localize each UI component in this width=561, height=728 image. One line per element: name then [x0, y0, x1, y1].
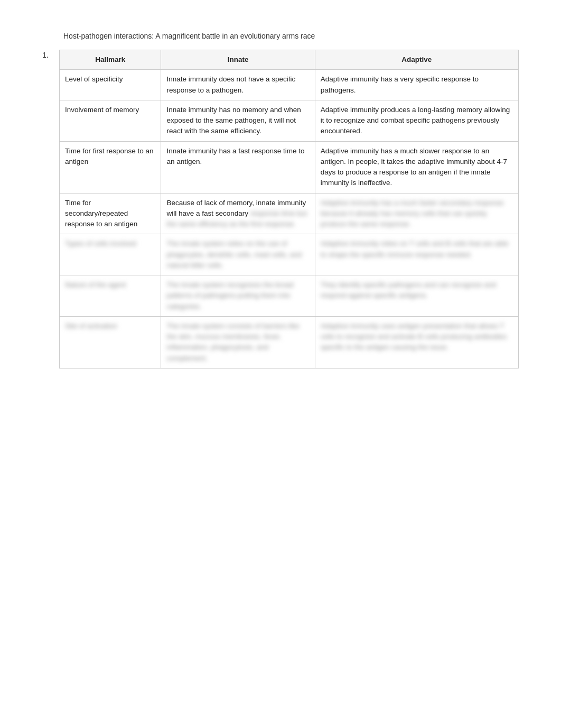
cell-hallmark-memory: Involvement of memory	[60, 100, 161, 141]
table-row: Level of specificity Innate immunity doe…	[60, 70, 519, 100]
table-row: Time for first response to an antigen In…	[60, 141, 519, 193]
cell-adaptive-secondary-blurred: Adaptive immunity has a much faster seco…	[315, 193, 518, 234]
page-title: Host-pathogen interactions: A magnificen…	[42, 32, 519, 40]
cell-hallmark-specificity: Level of specificity	[60, 70, 161, 100]
table-row: Time for secondary/repeated response to …	[60, 193, 519, 234]
cell-innate-nature-blurred: The innate system recognizes the broad p…	[161, 275, 315, 317]
cell-hallmark-secondary: Time for secondary/repeated response to …	[60, 193, 161, 234]
table-row: Nature of the agent The innate system re…	[60, 275, 519, 317]
col-hallmark: Hallmark	[60, 50, 161, 70]
table-row: Involvement of memory Innate immunity ha…	[60, 100, 519, 141]
cell-adaptive-site-blurred: Adaptive immunity uses antigen presentat…	[315, 316, 518, 368]
comparison-table: Hallmark Innate Adaptive Level of specif…	[59, 50, 519, 368]
cell-hallmark-site-blurred: Site of activation	[60, 316, 161, 368]
cell-adaptive-cells-blurred: Adaptive immunity relies on T cells and …	[315, 234, 518, 275]
cell-innate-specificity: Innate immunity does not have a specific…	[161, 70, 315, 100]
col-innate: Innate	[161, 50, 315, 70]
cell-innate-memory: Innate immunity has no memory and when e…	[161, 100, 315, 141]
cell-adaptive-first-response: Adaptive immunity has a much slower resp…	[315, 141, 518, 193]
cell-hallmark-first-response: Time for first response to an antigen	[60, 141, 161, 193]
cell-hallmark-nature-blurred: Nature of the agent	[60, 275, 161, 317]
col-adaptive: Adaptive	[315, 50, 518, 70]
cell-adaptive-nature-blurred: They identify specific pathogens and can…	[315, 275, 518, 317]
cell-innate-site-blurred: The innate system consists of barriers l…	[161, 316, 315, 368]
numbered-section: 1. Hallmark Innate Adaptive Level of spe…	[42, 50, 519, 368]
cell-innate-secondary: Because of lack of memory, innate immuni…	[161, 193, 315, 234]
cell-innate-first-response: Innate immunity has a fast response time…	[161, 141, 315, 193]
table-header-row: Hallmark Innate Adaptive	[60, 50, 519, 70]
table-row: Types of cells involved The innate syste…	[60, 234, 519, 275]
cell-hallmark-cells-blurred: Types of cells involved	[60, 234, 161, 275]
table-wrapper: Hallmark Innate Adaptive Level of specif…	[59, 50, 519, 368]
cell-adaptive-memory: Adaptive immunity produces a long-lastin…	[315, 100, 518, 141]
cell-adaptive-specificity: Adaptive immunity has a very specific re…	[315, 70, 518, 100]
table-row: Site of activation The innate system con…	[60, 316, 519, 368]
list-number: 1.	[42, 50, 55, 368]
cell-innate-cells-blurred: The innate system relies on the use of p…	[161, 234, 315, 275]
